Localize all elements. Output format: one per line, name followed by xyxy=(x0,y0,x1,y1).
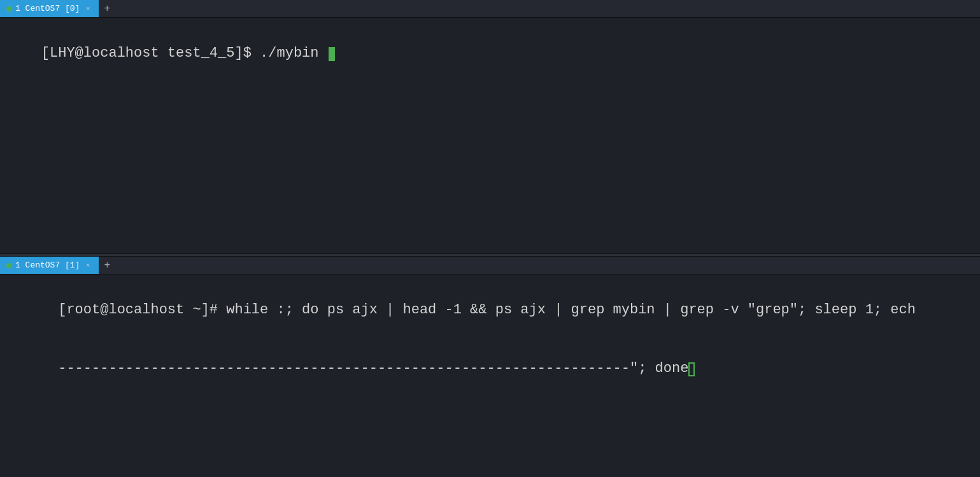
bottom-tab-close[interactable]: × xyxy=(83,261,92,270)
top-tab-active[interactable]: 1 CentOS7 [0] × xyxy=(0,0,99,17)
bottom-tab-add[interactable]: + xyxy=(99,257,115,274)
bottom-command-text-2: ----------------------------------------… xyxy=(58,360,688,376)
top-command-line: [LHY@localhost test_4_5]$ ./mybin xyxy=(8,24,972,83)
top-prompt: [LHY@localhost test_4_5]$ ./mybin xyxy=(41,45,327,61)
bottom-tab-dot-green xyxy=(6,263,11,268)
bottom-tab-label: 1 CentOS7 [1] xyxy=(15,260,80,270)
bottom-cursor xyxy=(688,362,695,376)
bottom-tab-bar: 1 CentOS7 [1] × + xyxy=(0,257,980,274)
bottom-tab-active[interactable]: 1 CentOS7 [1] × xyxy=(0,257,99,274)
top-terminal-pane[interactable]: [LHY@localhost test_4_5]$ ./mybin xyxy=(0,18,980,253)
top-tab-close[interactable]: × xyxy=(83,4,92,13)
tab-dot-green xyxy=(6,6,11,11)
top-tab-label: 1 CentOS7 [0] xyxy=(15,4,80,13)
bottom-line-2: ----------------------------------------… xyxy=(8,339,972,398)
bottom-section: 1 CentOS7 [1] × + [root@localhost ~]# wh… xyxy=(0,257,980,477)
bottom-terminal-pane[interactable]: [root@localhost ~]# while :; do ps ajx |… xyxy=(0,274,980,477)
top-tab-add[interactable]: + xyxy=(99,0,115,17)
top-tab-bar: 1 CentOS7 [0] × + xyxy=(0,0,980,18)
top-cursor xyxy=(329,47,335,61)
bottom-command-text: [root@localhost ~]# while :; do ps ajx |… xyxy=(58,302,916,318)
bottom-line-1: [root@localhost ~]# while :; do ps ajx |… xyxy=(8,281,972,339)
